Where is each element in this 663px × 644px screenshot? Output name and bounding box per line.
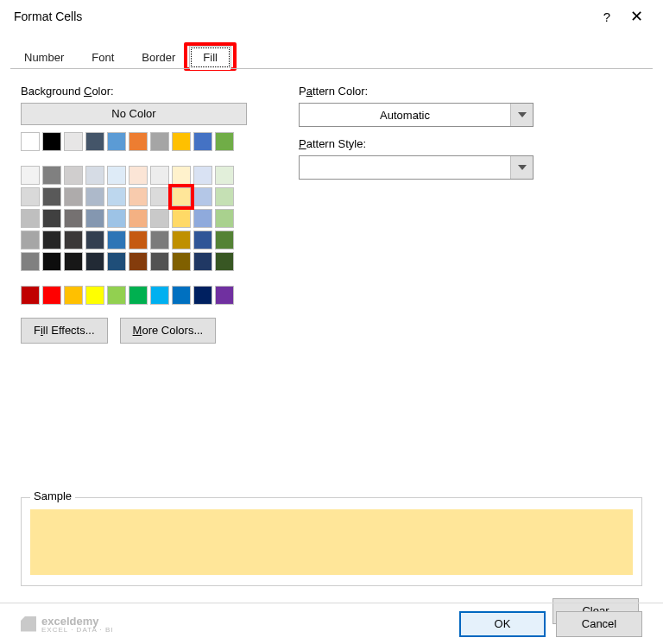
color-swatch[interactable] [215, 132, 234, 151]
color-swatch[interactable] [42, 286, 61, 305]
color-swatch[interactable] [215, 230, 234, 249]
color-swatch[interactable] [172, 187, 191, 206]
color-swatch[interactable] [42, 166, 61, 185]
color-swatch[interactable] [85, 187, 104, 206]
color-swatch[interactable] [85, 132, 104, 151]
color-swatch[interactable] [172, 132, 191, 151]
color-swatch[interactable] [193, 252, 212, 271]
color-swatch[interactable] [64, 230, 83, 249]
color-swatch[interactable] [107, 230, 126, 249]
color-swatch[interactable] [85, 209, 104, 228]
tab-fill[interactable]: Fill [189, 46, 231, 69]
color-swatch[interactable] [42, 230, 61, 249]
fill-effects-button[interactable]: Fill Effects... [21, 318, 108, 344]
color-swatch[interactable] [64, 286, 83, 305]
color-swatch[interactable] [42, 252, 61, 271]
color-swatch[interactable] [172, 286, 191, 305]
color-swatch[interactable] [85, 286, 104, 305]
color-swatch[interactable] [21, 132, 40, 151]
color-swatch[interactable] [193, 132, 212, 151]
color-swatch[interactable] [150, 132, 169, 151]
color-swatch[interactable] [129, 209, 148, 228]
color-swatch[interactable] [150, 230, 169, 249]
color-swatch[interactable] [172, 166, 191, 185]
color-swatch[interactable] [42, 132, 61, 151]
color-swatch[interactable] [215, 286, 234, 305]
color-swatch[interactable] [42, 187, 61, 206]
color-swatch[interactable] [64, 209, 83, 228]
color-swatch[interactable] [215, 209, 234, 228]
no-color-button[interactable]: No Color [21, 103, 247, 125]
tab-row: Number Font Border Fill [0, 43, 663, 69]
tab-border[interactable]: Border [128, 46, 189, 69]
cancel-button[interactable]: Cancel [556, 611, 642, 637]
color-swatch[interactable] [85, 166, 104, 185]
dialog-footer: exceldemy EXCEL · DATA · BI OK Cancel [0, 603, 663, 644]
color-swatch[interactable] [21, 209, 40, 228]
color-swatch[interactable] [172, 209, 191, 228]
pattern-color-combo[interactable]: Automatic [299, 103, 534, 127]
watermark-icon [21, 616, 36, 632]
color-swatch[interactable] [107, 252, 126, 271]
color-swatch[interactable] [107, 187, 126, 206]
pattern-style-combo[interactable] [299, 155, 534, 180]
color-swatch[interactable] [107, 166, 126, 185]
color-swatch[interactable] [215, 252, 234, 271]
color-swatch[interactable] [193, 166, 212, 185]
color-swatch[interactable] [129, 230, 148, 249]
color-swatch[interactable] [85, 252, 104, 271]
color-swatch[interactable] [64, 132, 83, 151]
ok-button[interactable]: OK [459, 611, 546, 637]
sample-preview [30, 509, 633, 575]
close-button[interactable]: ✕ [622, 7, 651, 26]
color-swatch[interactable] [107, 286, 126, 305]
tab-number[interactable]: Number [10, 46, 78, 69]
color-swatch[interactable] [85, 230, 104, 249]
color-swatch[interactable] [107, 132, 126, 151]
chevron-down-icon [510, 156, 533, 179]
color-swatch[interactable] [64, 166, 83, 185]
dialog-title: Format Cells [14, 9, 592, 23]
color-swatch[interactable] [150, 252, 169, 271]
more-colors-button[interactable]: More Colors... [120, 318, 217, 344]
color-swatch[interactable] [42, 209, 61, 228]
color-swatch[interactable] [64, 187, 83, 206]
color-swatch[interactable] [107, 209, 126, 228]
color-swatch[interactable] [193, 187, 212, 206]
chevron-down-icon [510, 104, 533, 126]
color-swatch[interactable] [21, 187, 40, 206]
help-button[interactable]: ? [592, 9, 622, 24]
color-swatch[interactable] [21, 252, 40, 271]
swatch-row [21, 209, 247, 228]
sample-fieldset: Sample [21, 497, 642, 586]
color-swatch[interactable] [129, 286, 148, 305]
color-swatch[interactable] [193, 209, 212, 228]
swatch-row [21, 187, 247, 206]
color-swatch[interactable] [21, 166, 40, 185]
color-swatch[interactable] [129, 132, 148, 151]
color-swatch[interactable] [193, 230, 212, 249]
color-swatch[interactable] [64, 252, 83, 271]
color-swatch[interactable] [215, 166, 234, 185]
color-swatch[interactable] [215, 187, 234, 206]
color-swatch[interactable] [193, 286, 212, 305]
color-swatch[interactable] [21, 230, 40, 249]
color-swatch[interactable] [150, 286, 169, 305]
color-swatch[interactable] [150, 187, 169, 206]
color-swatch[interactable] [172, 252, 191, 271]
tab-font[interactable]: Font [78, 46, 128, 69]
color-swatch-grid [21, 132, 247, 307]
color-swatch[interactable] [129, 166, 148, 185]
pattern-color-value: Automatic [300, 109, 510, 122]
color-swatch[interactable] [150, 166, 169, 185]
color-swatch[interactable] [150, 209, 169, 228]
color-swatch[interactable] [172, 230, 191, 249]
color-swatch[interactable] [21, 286, 40, 305]
swatch-row [21, 230, 247, 249]
color-swatch[interactable] [129, 187, 148, 206]
footer-buttons: OK Cancel [459, 611, 642, 637]
swatch-row [21, 286, 247, 305]
background-color-label: Background Color: [21, 85, 247, 98]
pattern-style-label: Pattern Style: [299, 137, 534, 150]
color-swatch[interactable] [129, 252, 148, 271]
